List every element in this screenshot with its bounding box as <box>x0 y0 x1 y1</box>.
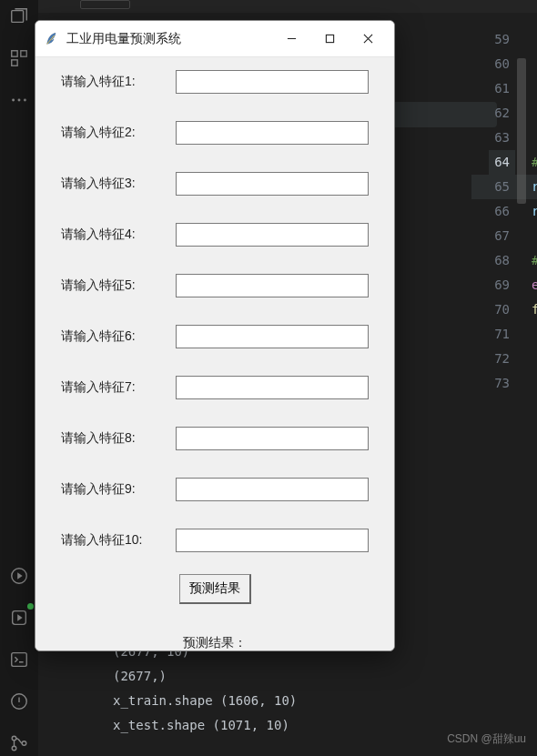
field-label: 请输入特征9: <box>61 481 159 498</box>
line-number: 64 <box>489 150 515 175</box>
watermark: CSDN @甜辣uu <box>447 731 526 747</box>
field-row: 请输入特征2: <box>61 121 369 145</box>
play-circle-icon[interactable] <box>6 563 32 589</box>
ellipsis-icon[interactable] <box>6 87 32 113</box>
field-row: 请输入特征4: <box>61 223 369 247</box>
feature-input-1[interactable] <box>176 70 369 94</box>
field-label: 请输入特征6: <box>61 328 159 345</box>
field-label: 请输入特征2: <box>61 125 159 141</box>
svg-rect-17 <box>326 35 333 42</box>
svg-point-5 <box>18 99 21 102</box>
line-number: 66 <box>489 199 510 224</box>
terminal-line: x_train.shape (1606, 10) <box>113 689 537 713</box>
svg-rect-0 <box>12 11 24 23</box>
field-label: 请输入特征10: <box>61 532 159 549</box>
feature-input-2[interactable] <box>176 121 369 145</box>
field-row: 请输入特征8: <box>61 427 369 450</box>
tk-dialog: 工业用电量预测系统 请输入特征1:请输入特征2:请输入特征3:请输入特征4:请输… <box>35 20 395 651</box>
svg-point-15 <box>12 746 16 751</box>
svg-rect-2 <box>21 51 26 56</box>
feature-input-4[interactable] <box>176 223 369 247</box>
result-label: 预测结果： <box>183 635 247 650</box>
field-row: 请输入特征1: <box>61 70 369 94</box>
feather-icon <box>45 32 59 46</box>
explorer-icon[interactable] <box>6 4 32 29</box>
line-number: 65 <box>489 175 510 199</box>
line-number: 69 <box>489 273 510 297</box>
svg-rect-1 <box>12 51 17 56</box>
line-number: 67 <box>489 224 510 248</box>
field-label: 请输入特征7: <box>61 379 159 396</box>
feature-input-7[interactable] <box>176 376 369 399</box>
field-row: 请输入特征9: <box>61 478 369 501</box>
line-number: 61 <box>489 76 510 101</box>
code-sliver: #rr#ef <box>532 27 537 396</box>
close-button[interactable] <box>349 21 387 57</box>
feature-input-10[interactable] <box>176 529 369 552</box>
feature-input-5[interactable] <box>176 274 369 297</box>
tk-body: 请输入特征1:请输入特征2:请输入特征3:请输入特征4:请输入特征5:请输入特征… <box>35 57 394 650</box>
field-row: 请输入特征6: <box>61 325 369 348</box>
warning-circle-icon[interactable] <box>6 689 32 714</box>
line-number: 73 <box>489 371 510 396</box>
maximize-button[interactable] <box>310 21 349 57</box>
minimize-button[interactable] <box>272 21 310 57</box>
line-number: 60 <box>489 52 510 76</box>
line-number: 63 <box>489 126 510 150</box>
field-row: 请输入特征7: <box>61 376 369 399</box>
blocks-icon[interactable] <box>6 45 32 71</box>
svg-point-16 <box>22 741 26 746</box>
line-number: 71 <box>489 322 510 347</box>
feature-input-6[interactable] <box>176 325 369 348</box>
svg-point-14 <box>12 736 16 741</box>
predict-button[interactable]: 预测结果 <box>179 574 251 604</box>
source-control-icon[interactable] <box>6 731 32 756</box>
titlebar[interactable]: 工业用电量预测系统 <box>35 21 394 57</box>
svg-point-4 <box>12 99 15 102</box>
field-label: 请输入特征5: <box>61 277 159 294</box>
field-label: 请输入特征8: <box>61 430 159 447</box>
line-number: 59 <box>489 27 510 52</box>
field-row: 请输入特征5: <box>61 274 369 297</box>
line-number: 72 <box>489 347 510 371</box>
field-row: 请输入特征3: <box>61 172 369 196</box>
field-label: 请输入特征1: <box>61 74 159 90</box>
terminal-line: (2677,) <box>113 664 537 689</box>
line-number-gutter: 596061626364656667686970717273 <box>489 27 510 396</box>
window-title: 工业用电量预测系统 <box>66 31 181 47</box>
feature-input-8[interactable] <box>176 427 369 450</box>
activity-bar <box>0 0 38 756</box>
editor-scrollbar[interactable] <box>513 27 526 409</box>
feature-input-9[interactable] <box>176 478 369 501</box>
field-row: 请输入特征10: <box>61 529 369 552</box>
line-number: 68 <box>489 248 510 273</box>
svg-point-6 <box>24 99 26 102</box>
field-label: 请输入特征3: <box>61 176 159 192</box>
run-icon[interactable] <box>6 605 32 630</box>
svg-rect-3 <box>12 60 17 66</box>
field-label: 请输入特征4: <box>61 227 159 243</box>
feature-input-3[interactable] <box>176 172 369 196</box>
line-number: 62 <box>489 101 510 126</box>
terminal-icon[interactable] <box>6 647 32 672</box>
line-number: 70 <box>489 297 510 322</box>
svg-rect-9 <box>12 653 27 667</box>
